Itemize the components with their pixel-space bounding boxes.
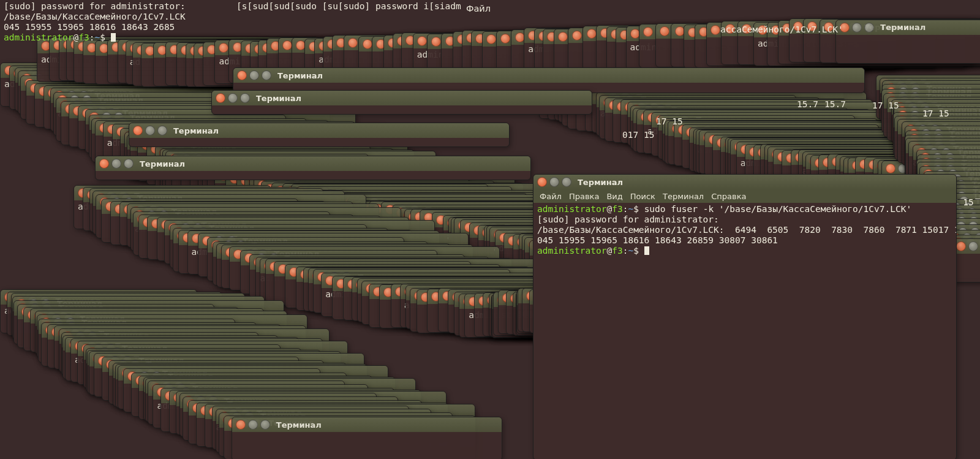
terminal-text-fragment: 17 15 bbox=[919, 107, 953, 120]
close-icon[interactable] bbox=[630, 29, 640, 39]
terminal-text-fragment: 17 15 bbox=[652, 115, 687, 128]
close-icon[interactable] bbox=[99, 159, 109, 169]
window-titlebar[interactable]: Терминал bbox=[212, 91, 592, 105]
terminal-window[interactable]: Терминал bbox=[95, 156, 531, 180]
minimize-icon[interactable] bbox=[852, 23, 862, 32]
window-title: Терминал bbox=[256, 94, 301, 103]
terminal-text-fragment: 017 15 bbox=[619, 129, 658, 142]
terminal-text-fragment: [s[sud[sud[sudo [su[sudo] password i[sia… bbox=[233, 0, 465, 13]
terminal-window[interactable]: Терминал bbox=[129, 123, 510, 147]
window-controls bbox=[236, 420, 270, 430]
window-title: Терминал bbox=[276, 420, 322, 430]
window-title: Терминал bbox=[173, 126, 219, 135]
window-title: Терминал bbox=[140, 159, 185, 169]
menu-view[interactable]: Вид bbox=[606, 192, 622, 201]
terminal-line: /base/Базы/КассаСемейного/1Cv7.LCK bbox=[4, 12, 186, 21]
close-icon[interactable] bbox=[219, 43, 228, 53]
window-controls bbox=[99, 159, 134, 169]
minimize-icon[interactable] bbox=[549, 177, 559, 187]
close-icon[interactable] bbox=[133, 126, 143, 135]
window-titlebar[interactable]: Терминал bbox=[232, 417, 502, 432]
close-icon[interactable] bbox=[237, 70, 247, 80]
close-icon[interactable] bbox=[660, 26, 669, 36]
minimize-icon[interactable] bbox=[249, 70, 259, 80]
close-icon[interactable] bbox=[282, 40, 292, 50]
window-controls bbox=[537, 177, 571, 187]
menu-help[interactable]: Справка bbox=[711, 192, 746, 201]
window-titlebar[interactable]: Терминал bbox=[96, 156, 530, 171]
menu-terminal[interactable]: Терминал bbox=[663, 192, 704, 201]
maximize-icon[interactable] bbox=[262, 70, 271, 80]
terminal-text-fragment: ассаСемейного/1Cv7.LCK' bbox=[717, 23, 847, 36]
window-controls bbox=[216, 93, 250, 103]
terminal-body[interactable]: administrator@f3:~$ sudo fuser -k '/base… bbox=[533, 203, 956, 257]
terminal-window-foreground[interactable]: Терминал Файл Правка Вид Поиск Терминал … bbox=[533, 174, 957, 459]
maximize-icon[interactable] bbox=[157, 126, 167, 135]
close-icon[interactable] bbox=[956, 241, 966, 251]
terminal-window[interactable]: Терминал bbox=[835, 20, 980, 64]
window-controls bbox=[237, 70, 271, 80]
window-title: Терминал bbox=[578, 178, 623, 187]
close-icon[interactable] bbox=[363, 39, 372, 49]
menu-fragment: Файл bbox=[462, 2, 494, 15]
window-controls bbox=[956, 241, 980, 251]
terminal-line: /base/Базы/КассаСемейного/1Cv7.LCK: 6494… bbox=[537, 225, 957, 235]
close-icon[interactable] bbox=[643, 27, 653, 37]
menu-bar[interactable]: Файл Правка Вид Поиск Терминал Справка bbox=[533, 189, 956, 203]
background-terminal-text: [sudo] password for administrator: /base… bbox=[0, 0, 189, 44]
minimize-icon[interactable] bbox=[968, 241, 978, 251]
close-icon[interactable] bbox=[431, 37, 441, 47]
maximize-icon[interactable] bbox=[124, 159, 134, 169]
terminal-text-fragment: 15.7 bbox=[793, 98, 822, 111]
terminal-line: 045 15955 15965 18616 18643 2685 bbox=[4, 22, 175, 32]
window-titlebar[interactable]: Терминал bbox=[533, 175, 956, 189]
minimize-icon[interactable] bbox=[228, 93, 238, 103]
menu-edit[interactable]: Правка bbox=[569, 192, 599, 201]
terminal-line: [sudo] password for administrator: bbox=[537, 214, 719, 224]
close-icon[interactable] bbox=[886, 164, 895, 173]
terminal-text-fragment: 17 15 bbox=[869, 99, 903, 112]
window-titlebar[interactable]: Терминал bbox=[129, 123, 509, 138]
terminal-window[interactable]: Терминал bbox=[232, 417, 502, 459]
maximize-icon[interactable] bbox=[562, 177, 571, 187]
close-icon[interactable] bbox=[417, 36, 427, 46]
close-icon[interactable] bbox=[572, 31, 582, 40]
close-icon[interactable] bbox=[486, 34, 496, 44]
close-icon[interactable] bbox=[537, 177, 547, 187]
terminal-command: sudo fuser -k '/base/Базы/КассаСемейного… bbox=[644, 204, 912, 214]
maximize-icon[interactable] bbox=[240, 93, 250, 103]
cursor-block bbox=[111, 33, 116, 42]
window-titlebar[interactable]: Терминал bbox=[836, 20, 980, 35]
terminal-line: 045 15955 15965 18616 18643 26859 30807 … bbox=[537, 235, 778, 245]
terminal-window[interactable]: Терминал bbox=[233, 67, 865, 93]
minimize-icon[interactable] bbox=[248, 420, 258, 430]
close-icon[interactable] bbox=[587, 29, 597, 39]
terminal-window[interactable]: Терминал bbox=[211, 90, 592, 115]
cursor-block bbox=[644, 246, 649, 255]
window-titlebar[interactable]: Терминал bbox=[233, 68, 864, 83]
close-icon[interactable] bbox=[216, 93, 225, 103]
window-controls bbox=[133, 126, 167, 135]
close-icon[interactable] bbox=[558, 32, 568, 42]
menu-search[interactable]: Поиск bbox=[630, 192, 655, 201]
close-icon[interactable] bbox=[500, 34, 510, 44]
terminal-line: [sudo] password for administrator: bbox=[4, 1, 186, 11]
close-icon[interactable] bbox=[348, 38, 358, 48]
window-title: Терминал bbox=[277, 71, 323, 80]
maximize-icon[interactable] bbox=[864, 23, 874, 32]
window-title: Терминал bbox=[880, 23, 925, 32]
close-icon[interactable] bbox=[236, 420, 246, 430]
maximize-icon[interactable] bbox=[260, 420, 270, 430]
minimize-icon[interactable] bbox=[145, 126, 155, 135]
menu-file[interactable]: Файл bbox=[540, 192, 562, 201]
terminal-text-fragment: 15.7 bbox=[821, 98, 850, 111]
minimize-icon[interactable] bbox=[111, 159, 121, 169]
